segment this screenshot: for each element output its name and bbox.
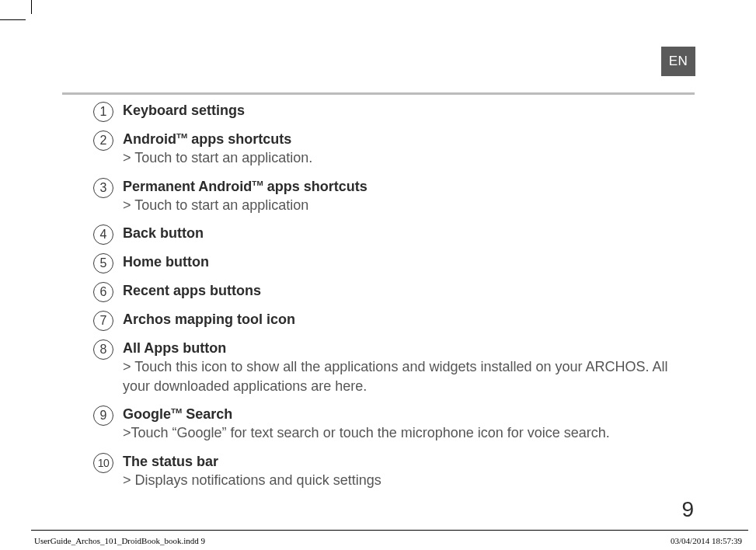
item-text: Recent apps buttons — [123, 281, 686, 300]
item-text: All Apps button > Touch this icon to sho… — [123, 339, 686, 395]
item-description: >Touch “Google” for text search or touch… — [123, 423, 686, 442]
item-text: The status bar > Displays notifications … — [123, 452, 686, 490]
item-number-icon: 10 — [93, 453, 113, 473]
header-rule — [62, 92, 695, 95]
list-item: 3 Permanent AndroidTM apps shortcuts > T… — [93, 177, 686, 215]
item-description: > Touch to start an application — [123, 196, 686, 214]
item-title: Archos mapping tool icon — [123, 312, 295, 327]
list-item: 4 Back button — [93, 224, 686, 245]
content-list: 1 Keyboard settings 2 AndroidTM apps sho… — [93, 101, 686, 499]
item-text: AndroidTM apps shortcuts > Touch to star… — [123, 130, 686, 168]
item-title: Keyboard settings — [123, 103, 245, 118]
item-number-icon: 8 — [93, 339, 113, 360]
item-number-icon: 1 — [93, 102, 113, 122]
page-number: 9 — [681, 497, 694, 522]
language-tab: EN — [661, 47, 695, 76]
list-item: 7 Archos mapping tool icon — [93, 310, 686, 331]
item-title: GoogleTM Search — [123, 405, 686, 423]
item-title: The status bar — [123, 452, 686, 471]
list-item: 9 GoogleTM Search >Touch “Google” for te… — [93, 405, 686, 443]
item-title: Recent apps buttons — [123, 283, 261, 298]
item-number-icon: 9 — [93, 406, 113, 426]
print-footer: UserGuide_Archos_101_DroidBook_book.indd… — [31, 530, 748, 550]
item-number-icon: 5 — [93, 253, 113, 273]
list-item: 2 AndroidTM apps shortcuts > Touch to st… — [93, 130, 686, 168]
page: EN 1 Keyboard settings 2 AndroidTM apps … — [31, 19, 748, 530]
item-text: Back button — [123, 224, 686, 242]
item-number-icon: 4 — [93, 225, 113, 245]
item-title: Back button — [123, 225, 204, 241]
item-text: Permanent AndroidTM apps shortcuts > Tou… — [123, 177, 686, 215]
item-title: All Apps button — [123, 339, 686, 357]
item-title: Permanent AndroidTM apps shortcuts — [123, 177, 686, 196]
list-item: 6 Recent apps buttons — [93, 281, 686, 302]
item-text: Home button — [123, 252, 686, 271]
item-description: > Touch this icon to show all the applic… — [123, 357, 686, 395]
list-item: 8 All Apps button > Touch this icon to s… — [93, 339, 686, 395]
footer-filename: UserGuide_Archos_101_DroidBook_book.indd… — [34, 536, 205, 545]
item-description: > Displays notifications and quick setti… — [123, 471, 686, 489]
item-title: Home button — [123, 254, 209, 270]
list-item: 1 Keyboard settings — [93, 101, 686, 122]
item-number-icon: 6 — [93, 282, 113, 302]
item-text: GoogleTM Search >Touch “Google” for text… — [123, 405, 686, 443]
footer-timestamp: 03/04/2014 18:57:39 — [671, 536, 742, 545]
item-title: AndroidTM apps shortcuts — [123, 130, 686, 148]
item-number-icon: 2 — [93, 131, 113, 151]
list-item: 10 The status bar > Displays notificatio… — [93, 452, 686, 490]
item-description: > Touch to start an application. — [123, 148, 686, 167]
item-text: Archos mapping tool icon — [123, 310, 686, 329]
item-text: Keyboard settings — [123, 101, 686, 120]
item-number-icon: 3 — [93, 178, 113, 198]
item-number-icon: 7 — [93, 311, 113, 331]
list-item: 5 Home button — [93, 252, 686, 273]
